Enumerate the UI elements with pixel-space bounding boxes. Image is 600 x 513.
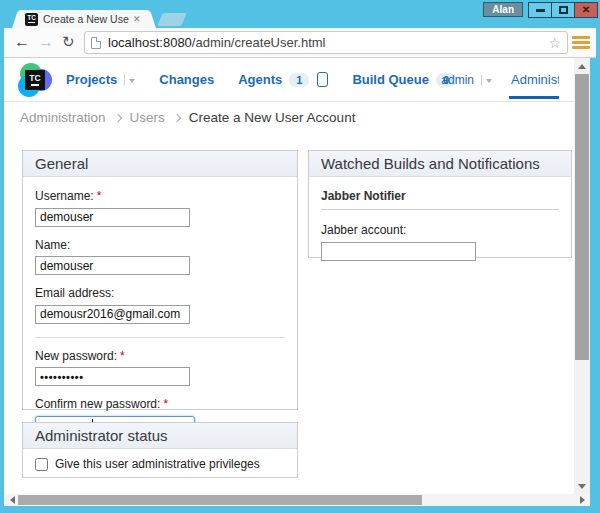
arrow-right-icon — [580, 496, 585, 504]
email-input[interactable] — [35, 305, 190, 324]
general-panel-body: Username:* Name: Email address: New pass… — [23, 177, 297, 458]
url-text[interactable]: localhost:8080/admin/createUser.html — [108, 35, 542, 50]
tab-title: Create a New User Account — [43, 13, 129, 25]
username-field-group: Username:* — [35, 189, 285, 227]
admin-privileges-checkbox[interactable] — [35, 458, 48, 471]
agent-icon — [317, 72, 328, 87]
breadcrumb-administration[interactable]: Administration — [20, 110, 106, 125]
jabber-notifier-heading: Jabber Notifier — [321, 189, 559, 210]
breadcrumb-chevron-icon — [173, 113, 181, 121]
active-tab-underline — [509, 96, 559, 99]
nav-agents-label: Agents — [238, 72, 282, 87]
notifications-panel: Watched Builds and Notifications Jabber … — [308, 150, 572, 258]
vertical-scrollbar-thumb[interactable] — [575, 74, 589, 360]
browser-window: { "window": { "user_badge": "Alan", "clo… — [0, 0, 600, 513]
required-marker: * — [163, 397, 168, 411]
minimize-icon — [536, 9, 545, 12]
breadcrumb-current: Create a New User Account — [189, 110, 356, 125]
address-bar[interactable]: localhost:8080/admin/createUser.html ☆ — [84, 31, 568, 54]
jabber-account-input[interactable] — [321, 242, 476, 261]
scroll-up-button[interactable] — [574, 58, 590, 74]
horizontal-scrollbar-thumb[interactable] — [18, 495, 422, 505]
nav-agents[interactable]: Agents 1 — [238, 72, 328, 87]
notifications-panel-title: Watched Builds and Notifications — [309, 151, 571, 177]
tab-close-icon[interactable]: ✕ — [133, 14, 141, 24]
horizontal-scrollbar[interactable] — [4, 494, 590, 506]
bookmark-star-icon[interactable]: ☆ — [548, 35, 561, 51]
nav-projects-label: Projects — [66, 72, 117, 87]
name-field-group: Name: — [35, 238, 285, 276]
nav-changes-label: Changes — [159, 72, 214, 87]
confirm-password-label-text: Confirm new password: — [35, 397, 160, 411]
teamcity-logo-icon[interactable]: TC — [18, 63, 52, 97]
scroll-right-button[interactable] — [576, 494, 588, 506]
minimize-button[interactable] — [528, 2, 552, 18]
back-icon[interactable]: ← — [14, 32, 30, 52]
forward-icon[interactable]: → — [38, 32, 54, 52]
email-label: Email address: — [35, 286, 285, 300]
teamcity-header: TC Projects Changes Agents 1 Build Queue… — [4, 58, 574, 102]
new-password-input[interactable] — [35, 367, 190, 386]
nav-changes[interactable]: Changes — [159, 72, 214, 87]
nav-build-queue-label: Build Queue — [352, 72, 429, 87]
logo-square: TC — [25, 70, 45, 90]
user-menu-separator — [481, 75, 482, 86]
nav-projects[interactable]: Projects — [66, 72, 135, 87]
browser-tab[interactable]: TC Create a New User Account ✕ — [20, 10, 148, 28]
administrator-status-body: Give this user administrative privileges — [23, 449, 297, 479]
administrator-status-panel: Administrator status Give this user admi… — [22, 422, 298, 478]
user-menu-label: admin — [441, 73, 474, 87]
scroll-down-button[interactable] — [574, 478, 590, 494]
required-marker: * — [120, 349, 125, 363]
page-icon — [91, 37, 101, 49]
email-field-group: Email address: — [35, 286, 285, 324]
window-controls: Alan ✕ — [483, 2, 598, 18]
new-tab-button[interactable] — [157, 13, 186, 26]
arrow-down-icon — [578, 484, 586, 489]
confirm-password-label: Confirm new password:* — [35, 397, 285, 411]
nav-administration[interactable]: Administration — [511, 72, 559, 87]
main-nav: Projects Changes Agents 1 Build Queue 0 — [66, 72, 456, 87]
breadcrumb-users[interactable]: Users — [130, 110, 165, 125]
chevron-down-icon[interactable] — [129, 79, 135, 83]
logo-bar — [31, 84, 39, 86]
chevron-down-icon[interactable] — [486, 79, 492, 83]
maximize-button[interactable] — [551, 2, 575, 18]
admin-privileges-label: Give this user administrative privileges — [55, 457, 260, 471]
scroll-left-button[interactable] — [6, 494, 18, 506]
breadcrumb: Administration Users Create a New User A… — [20, 110, 355, 125]
general-panel: General Username:* Name: Email address: … — [22, 150, 298, 410]
agents-count-badge: 1 — [289, 73, 309, 87]
browser-toolbar: ← → ↻ localhost:8080/admin/createUser.ht… — [4, 28, 596, 58]
breadcrumb-chevron-icon — [113, 113, 121, 121]
new-password-field-group: New password:* — [35, 349, 285, 387]
url-host: localhost:8080 — [108, 35, 192, 50]
user-menu[interactable]: admin — [441, 73, 492, 87]
name-label: Name: — [35, 238, 285, 252]
page-content: TC Projects Changes Agents 1 Build Queue… — [4, 58, 590, 506]
logo-text: TC — [29, 74, 40, 82]
teamcity-favicon-icon: TC — [25, 13, 38, 26]
browser-menu-icon[interactable] — [572, 36, 590, 51]
name-input[interactable] — [35, 256, 190, 275]
url-path: /admin/createUser.html — [192, 35, 326, 50]
username-label-text: Username: — [35, 189, 94, 203]
general-panel-title: General — [23, 151, 297, 177]
new-password-label-text: New password: — [35, 349, 117, 363]
username-label: Username:* — [35, 189, 285, 203]
username-input[interactable] — [35, 208, 190, 227]
favicon-bar — [28, 22, 35, 23]
section-divider — [35, 337, 285, 338]
notifications-panel-body: Jabber Notifier Jabber account: — [309, 177, 571, 284]
arrow-left-icon — [10, 496, 15, 504]
window-user-badge: Alan — [483, 2, 523, 17]
name-label-text: Name: — [35, 238, 70, 252]
arrow-up-icon — [578, 64, 586, 69]
favicon-text: TC — [27, 15, 36, 21]
new-password-label: New password:* — [35, 349, 285, 363]
jabber-account-field-group: Jabber account: — [321, 223, 559, 261]
reload-icon[interactable]: ↻ — [62, 32, 75, 52]
email-label-text: Email address: — [35, 286, 114, 300]
close-button[interactable]: ✕ — [574, 2, 598, 18]
vertical-scrollbar[interactable] — [574, 58, 590, 494]
